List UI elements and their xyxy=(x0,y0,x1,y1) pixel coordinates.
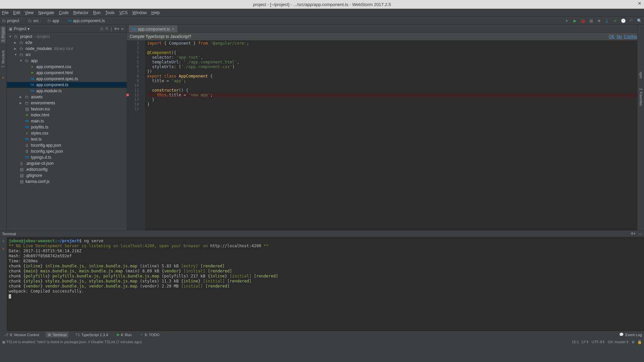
breadcrumb-app[interactable]: 🗀 app〉 xyxy=(47,18,66,23)
menu-window[interactable]: Window xyxy=(132,10,147,15)
search-everywhere-icon[interactable]: 🔍 xyxy=(637,18,642,23)
bottom-tool-terminal[interactable]: ▣Terminal xyxy=(46,332,69,338)
run-config-dropdown[interactable]: ▾ xyxy=(564,18,569,23)
code-text[interactable]: import { Component } from '@angular/core… xyxy=(145,40,644,230)
tree-item-app-component-spec-ts[interactable]: app.component.spec.ts xyxy=(7,76,127,82)
tree-item-assets[interactable]: ▶🗀assets xyxy=(7,94,127,100)
tree-item-node_modules[interactable]: ▶🗀node_moduleslibrary root xyxy=(7,46,127,52)
breadcrumb-src[interactable]: 🗀 src〉 xyxy=(28,18,45,23)
project-view-selector[interactable]: Project ▾ xyxy=(14,27,30,31)
fold-column[interactable]: ----- xyxy=(141,40,145,230)
event-log-button[interactable]: 💬 Event Log xyxy=(619,332,642,337)
tree-item-src[interactable]: ▼🗀src xyxy=(7,52,127,58)
vcs-revert-icon[interactable]: ↶ xyxy=(629,18,634,23)
stop-icon[interactable]: ■ xyxy=(596,18,602,23)
tree-item-project[interactable]: ▼🗀project~/project xyxy=(7,34,127,40)
tree-item-environments[interactable]: ▶🗀environments xyxy=(7,100,127,106)
run-icon[interactable]: ▶ xyxy=(572,18,577,23)
project-tool-window: ▣ Project ▾ ⊙ ⇱ | ✻▾ ⇤ ▼🗀project~/projec… xyxy=(7,25,127,230)
panel-settings-icon[interactable]: ✻▾ xyxy=(114,27,119,31)
compile-ts-prompt: Compile TypeScript to JavaScript? OKNoCo… xyxy=(127,33,644,40)
tree-item-tsconfig-spec-json[interactable]: tsconfig.spec.json xyxy=(7,148,127,154)
tree-item--editorconfig[interactable]: ▤.editorconfig xyxy=(7,166,127,172)
coverage-icon[interactable]: ▦ xyxy=(588,18,594,23)
menubar: FileEditViewNavigateCodeRefactorRunTools… xyxy=(0,9,644,17)
tree-item-karma-conf-js[interactable]: ▤karma.conf.js xyxy=(7,178,127,185)
left-tool-stripe: 1: Project7: Structure⬥ xyxy=(0,25,7,230)
tree-item-typings-d-ts[interactable]: typings.d.ts xyxy=(7,154,127,160)
scroll-from-source-icon[interactable]: ⊙ xyxy=(100,27,103,31)
tree-item-main-ts[interactable]: main.ts xyxy=(7,118,127,124)
status-item[interactable]: LF⇕ xyxy=(582,340,589,344)
status-item[interactable]: Git: master⇕ xyxy=(608,340,629,344)
vcs-commit-icon[interactable]: ✔ xyxy=(612,18,618,23)
compile-link-no[interactable]: No xyxy=(617,34,622,39)
tree-item-app-component-ts[interactable]: app.component.ts xyxy=(7,82,127,88)
toolbar-right: ▾ ▶ 🐞 ▦ ■ ⭣ ✔ 🕘 ↶ 🔍 xyxy=(564,18,642,23)
code-editor[interactable]: 123456789101112131415 ----- import { Com… xyxy=(127,40,644,230)
tree-item--gitignore[interactable]: ▤.gitignore xyxy=(7,172,127,178)
terminal-side-toolbar: + × xyxy=(0,237,7,331)
menu-vcs[interactable]: VCS xyxy=(119,10,128,15)
debug-icon[interactable]: 🐞 xyxy=(580,18,586,23)
tree-item-test-ts[interactable]: test.ts xyxy=(7,136,127,142)
tree-item-app-component-html[interactable]: app.component.html xyxy=(7,70,127,76)
menu-edit[interactable]: Edit xyxy=(13,10,20,15)
project-view-icon: ▣ xyxy=(9,27,12,31)
editor-gutter[interactable]: 123456789101112131415 xyxy=(127,40,141,230)
tree-item--angular-cli-json[interactable]: .angular-cli.json xyxy=(7,160,127,166)
breadcrumb-project[interactable]: 🗀 project〉 xyxy=(2,18,26,23)
terminal-close-session-icon[interactable]: × xyxy=(2,246,5,251)
status-item[interactable]: 15:1 xyxy=(572,340,579,344)
menu-view[interactable]: View xyxy=(25,10,34,15)
tree-item-app-module-ts[interactable]: app.module.ts xyxy=(7,88,127,94)
project-tree[interactable]: ▼🗀project~/project▶🗀e2e▶🗀node_moduleslib… xyxy=(7,33,127,230)
breakpoint-marker[interactable] xyxy=(126,94,129,96)
terminal-cursor xyxy=(9,294,11,299)
status-item[interactable]: UTF-8⇕ xyxy=(592,340,605,344)
terminal-tool-window: Terminal ✻▾ — + × jobou@jobou-weenect:~/… xyxy=(0,230,644,331)
menu-code[interactable]: Code xyxy=(59,10,69,15)
vcs-history-icon[interactable]: 🕘 xyxy=(620,18,626,23)
window-close-button[interactable]: × xyxy=(638,0,641,7)
menu-run[interactable]: Run xyxy=(93,10,100,15)
right-tab-2--favorites[interactable]: 2: Favorites xyxy=(639,88,643,106)
status-item[interactable]: 🔒 xyxy=(637,340,642,344)
status-item[interactable]: ⊕ xyxy=(632,340,635,344)
tree-item-e2e[interactable]: ▶🗀e2e xyxy=(7,40,127,46)
bottom-tool-6--todo[interactable]: ✓6: TODO xyxy=(138,332,162,338)
tree-item-app[interactable]: ▼🗀app xyxy=(7,58,127,64)
terminal-header: Terminal ✻▾ — xyxy=(0,230,644,237)
tree-item-index-html[interactable]: index.html xyxy=(7,112,127,118)
tree-item-styles-css[interactable]: styles.css xyxy=(7,130,127,136)
menu-tools[interactable]: Tools xyxy=(105,10,115,15)
bottom-tool-9--version-control[interactable]: ⎇9: Version Control xyxy=(2,332,41,338)
tree-item-app-component-css[interactable]: app.component.css xyxy=(7,64,127,70)
compile-link-ok[interactable]: OK xyxy=(609,34,614,39)
tree-item-tsconfig-app-json[interactable]: tsconfig.app.json xyxy=(7,142,127,148)
collapse-all-icon[interactable]: ⇱ xyxy=(105,27,109,31)
right-tab-npm[interactable]: npm xyxy=(639,72,643,78)
tree-item-polyfills-ts[interactable]: polyfills.ts xyxy=(7,124,127,130)
terminal-title: Terminal xyxy=(2,232,16,236)
bottom-tool-4--run[interactable]: ▶4: Run xyxy=(115,332,134,338)
menu-refactor[interactable]: Refactor xyxy=(73,10,88,15)
breadcrumb-app-component-ts[interactable]: app.component.ts xyxy=(68,18,105,23)
side-tab-7--structure[interactable]: 7: Structure xyxy=(1,49,6,69)
editor-tab-app-component[interactable]: app.component.ts × xyxy=(129,25,177,33)
vcs-update-icon[interactable]: ⭣ xyxy=(604,18,610,23)
terminal-new-session-icon[interactable]: + xyxy=(2,239,5,244)
hide-panel-icon[interactable]: ⇤ xyxy=(121,27,125,31)
terminal-hide-icon[interactable]: — xyxy=(638,231,642,236)
menu-file[interactable]: File xyxy=(2,10,8,15)
tree-item-favicon-ico[interactable]: ▤favicon.ico xyxy=(7,106,127,112)
editor-tabs: app.component.ts × xyxy=(127,25,644,33)
terminal-settings-icon[interactable]: ✻▾ xyxy=(631,231,636,236)
menu-help[interactable]: Help xyxy=(152,10,160,15)
close-tab-icon[interactable]: × xyxy=(172,27,174,32)
bottom-tool-typescript-2-3-4[interactable]: TSTypeScript 2.3.4 xyxy=(73,332,110,338)
menu-navigate[interactable]: Navigate xyxy=(38,10,54,15)
terminal-output[interactable]: jobou@jobou-weenect:~/project$ ng serve*… xyxy=(7,237,644,331)
side-tab-1--project[interactable]: 1: Project xyxy=(1,26,6,43)
status-notification[interactable]: ▣ TSLint is enabled: 'tslint' is listed … xyxy=(2,340,142,344)
